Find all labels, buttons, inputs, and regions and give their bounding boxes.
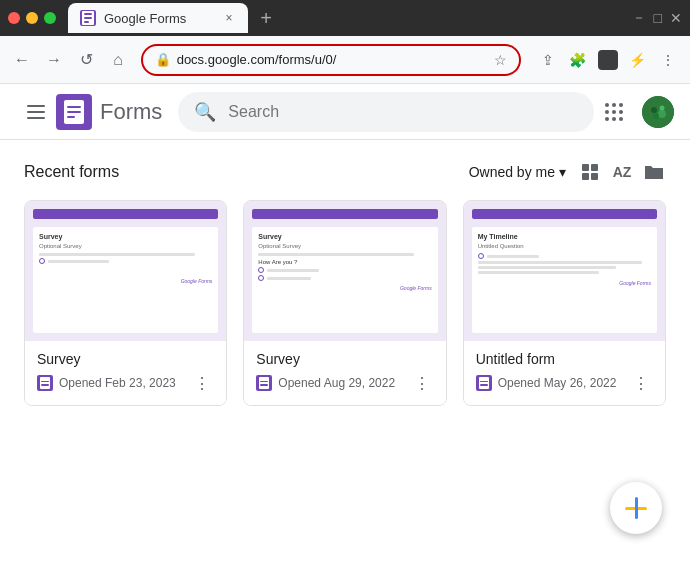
close-button[interactable] bbox=[8, 12, 20, 24]
owned-by-filter[interactable]: Owned by me ▾ bbox=[469, 164, 566, 180]
user-avatar[interactable] bbox=[642, 96, 674, 128]
tab-favicon bbox=[80, 10, 96, 26]
minimize-window[interactable]: － bbox=[632, 9, 646, 27]
main-content: Recent forms Owned by me ▾ bbox=[0, 140, 690, 562]
form-info: Survey Opened Aug 29, 2022 ⋮ bbox=[244, 341, 445, 405]
forms-header: Forms 🔍 bbox=[0, 84, 690, 140]
profile-icon[interactable] bbox=[594, 46, 622, 74]
refresh-button[interactable]: ↺ bbox=[72, 46, 100, 74]
browser-actions: ⇪ 🧩 ⚡ ⋮ bbox=[534, 46, 682, 74]
menu-dots[interactable]: ⋮ bbox=[654, 46, 682, 74]
svg-point-4 bbox=[660, 105, 665, 110]
forward-button[interactable]: → bbox=[40, 46, 68, 74]
form-more-button[interactable]: ⋮ bbox=[190, 371, 214, 395]
section-controls: Owned by me ▾ A bbox=[469, 160, 666, 184]
svg-rect-5 bbox=[582, 164, 589, 171]
chevron-down-icon: ▾ bbox=[559, 164, 566, 180]
form-meta: Opened May 26, 2022 ⋮ bbox=[476, 371, 653, 395]
url-text: docs.google.com/forms/u/0/ bbox=[177, 52, 488, 67]
header-actions bbox=[594, 92, 674, 132]
section-header: Recent forms Owned by me ▾ bbox=[24, 160, 666, 184]
form-more-button[interactable]: ⋮ bbox=[629, 371, 653, 395]
svg-rect-7 bbox=[582, 173, 589, 180]
apps-grid-icon[interactable] bbox=[594, 92, 634, 132]
svg-point-1 bbox=[651, 107, 657, 113]
grid-view-icon[interactable] bbox=[578, 160, 602, 184]
minimize-button[interactable] bbox=[26, 12, 38, 24]
browser-chrome: Google Forms × + － □ ✕ ← → ↺ ⌂ 🔒 docs.go… bbox=[0, 0, 690, 84]
form-card[interactable]: My Timeline Untitled Question Google For… bbox=[463, 200, 666, 406]
hamburger-menu[interactable] bbox=[16, 92, 56, 132]
active-tab[interactable]: Google Forms × bbox=[68, 3, 248, 33]
forms-grid: Survey Optional Survey Google Forms bbox=[24, 200, 666, 406]
form-meta: Opened Aug 29, 2022 ⋮ bbox=[256, 371, 433, 395]
search-bar[interactable]: 🔍 bbox=[178, 92, 594, 132]
view-icons: AZ bbox=[578, 160, 666, 184]
form-name: Untitled form bbox=[476, 351, 653, 367]
owned-by-label: Owned by me bbox=[469, 164, 555, 180]
gaming-icon[interactable]: ⚡ bbox=[624, 46, 652, 74]
tab-title: Google Forms bbox=[104, 11, 186, 26]
app-content: Forms 🔍 bbox=[0, 84, 690, 562]
form-name: Survey bbox=[37, 351, 214, 367]
forms-logo: Forms bbox=[56, 94, 162, 130]
new-tab-button[interactable]: + bbox=[252, 4, 280, 32]
form-preview: Survey Optional Survey Google Forms bbox=[25, 201, 226, 341]
form-preview: Survey Optional Survey How Are you ? bbox=[244, 201, 445, 341]
home-button[interactable]: ⌂ bbox=[104, 46, 132, 74]
form-icon bbox=[37, 375, 53, 391]
traffic-lights bbox=[8, 12, 56, 24]
close-window[interactable]: ✕ bbox=[670, 10, 682, 26]
form-info: Untitled form Opened May 26, 2022 ⋮ bbox=[464, 341, 665, 405]
form-icon bbox=[476, 375, 492, 391]
create-new-fab[interactable] bbox=[610, 482, 662, 534]
app-name: Forms bbox=[100, 99, 162, 125]
folder-icon[interactable] bbox=[642, 160, 666, 184]
tab-close-button[interactable]: × bbox=[222, 11, 236, 25]
bookmark-icon[interactable]: ☆ bbox=[494, 52, 507, 68]
form-more-button[interactable]: ⋮ bbox=[410, 371, 434, 395]
form-opened-date: Opened Feb 23, 2023 bbox=[59, 376, 184, 390]
svg-point-3 bbox=[653, 113, 659, 119]
maximize-button[interactable] bbox=[44, 12, 56, 24]
sort-alpha-icon[interactable]: AZ bbox=[610, 160, 634, 184]
form-name: Survey bbox=[256, 351, 433, 367]
extensions-icon[interactable]: 🧩 bbox=[564, 46, 592, 74]
form-card[interactable]: Survey Optional Survey Google Forms bbox=[24, 200, 227, 406]
form-preview: My Timeline Untitled Question Google For… bbox=[464, 201, 665, 341]
svg-point-0 bbox=[642, 96, 674, 128]
svg-rect-8 bbox=[591, 173, 598, 180]
form-opened-date: Opened May 26, 2022 bbox=[498, 376, 623, 390]
svg-rect-6 bbox=[591, 164, 598, 171]
search-input[interactable] bbox=[228, 103, 578, 121]
form-icon bbox=[256, 375, 272, 391]
browser-right-controls: － □ ✕ bbox=[632, 9, 682, 27]
forms-logo-icon bbox=[56, 94, 92, 130]
form-opened-date: Opened Aug 29, 2022 bbox=[278, 376, 403, 390]
app-wrapper: Google Forms × + － □ ✕ ← → ↺ ⌂ 🔒 docs.go… bbox=[0, 0, 690, 562]
svg-point-2 bbox=[658, 110, 666, 118]
maximize-window[interactable]: □ bbox=[654, 10, 662, 26]
search-icon: 🔍 bbox=[194, 101, 216, 123]
back-button[interactable]: ← bbox=[8, 46, 36, 74]
form-info: Survey Opened Feb 23, 2023 ⋮ bbox=[25, 341, 226, 405]
address-bar[interactable]: 🔒 docs.google.com/forms/u/0/ ☆ bbox=[141, 44, 521, 76]
address-bar-row: ← → ↺ ⌂ 🔒 docs.google.com/forms/u/0/ ☆ ⇪… bbox=[0, 36, 690, 84]
tab-bar: Google Forms × + － □ ✕ bbox=[0, 0, 690, 36]
lock-icon: 🔒 bbox=[155, 52, 171, 67]
share-icon[interactable]: ⇪ bbox=[534, 46, 562, 74]
form-meta: Opened Feb 23, 2023 ⋮ bbox=[37, 371, 214, 395]
section-title: Recent forms bbox=[24, 163, 119, 181]
form-card[interactable]: Survey Optional Survey How Are you ? bbox=[243, 200, 446, 406]
